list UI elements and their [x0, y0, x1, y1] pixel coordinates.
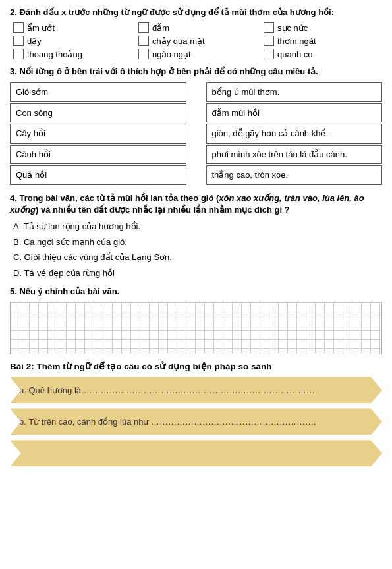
q2-item-8: thơm ngát: [264, 36, 382, 46]
q2-item-3: thoang thoảng: [13, 49, 132, 59]
q4-option-a[interactable]: A. Tả sự lan rộng của hương hồi.: [13, 220, 382, 233]
q3-right-2: giòn, dễ gãy hơn cả cành khế.: [206, 124, 383, 144]
q2-title: 2. Đánh dấu x trước những từ ngữ được sử…: [10, 7, 382, 18]
q2-label-1: ẩm ướt: [27, 23, 55, 33]
q4-option-d[interactable]: D. Tả vẻ đẹp của rừng hồi: [13, 267, 382, 280]
bai2-arrow-b[interactable]: b. Từ trên cao, cánh đồng lúa như …………………: [10, 408, 382, 435]
checkbox-3[interactable]: [13, 49, 24, 59]
question-2: 2. Đánh dấu x trước những từ ngữ được sử…: [10, 7, 382, 59]
bai2-label-a: a. Quê hương là …………………………………………………………………: [19, 385, 317, 395]
q2-label-8: thơm ngát: [277, 36, 316, 46]
q2-label-6: ngào ngạt: [152, 49, 191, 59]
q3-left-col: Gió sớm Con sông Cây hồi Cành hồi Quả hồ…: [10, 82, 186, 186]
question-4: 4. Trong bài văn, các từ tả mùi hồi lan …: [10, 192, 382, 279]
bai2-arrow-a[interactable]: a. Quê hương là …………………………………………………………………: [10, 377, 382, 403]
q3-left-1: Con sông: [10, 103, 186, 123]
q3-right-3: phơi mình xòe trên tán lá đầu cành.: [206, 145, 383, 165]
q2-item-1: ẩm ướt: [13, 22, 132, 33]
q2-item-2: dậy: [13, 36, 132, 46]
checkbox-1[interactable]: [13, 22, 24, 33]
bai2-section: Bài 2: Thêm từ ngữ để tạo câu có sử dụng…: [10, 361, 382, 466]
bai2-title: Bài 2: Thêm từ ngữ để tạo câu có sử dụng…: [10, 361, 382, 371]
q2-label-3: thoang thoảng: [27, 49, 82, 59]
q3-left-4: Quả hồi: [10, 165, 186, 185]
q2-label-9: quanh co: [277, 49, 313, 59]
checkbox-5[interactable]: [138, 36, 149, 46]
q3-left-3: Cành hồi: [10, 145, 186, 165]
q4-title: 4. Trong bài văn, các từ tả mùi hồi lan …: [10, 192, 382, 216]
q2-label-7: sực nức: [277, 23, 308, 33]
q2-item-7: sực nức: [264, 22, 382, 33]
q3-right-1: đẫm mùi hồi: [206, 103, 383, 123]
q4-option-c[interactable]: C. Giới thiệu các vùng đất của Lạng Sơn.: [13, 251, 382, 264]
question-3: 3. Nối từng ô ở bên trái với ô thích hợp…: [10, 66, 382, 186]
bai2-arrow-c[interactable]: [10, 440, 382, 466]
bai2-item-c: [10, 440, 382, 466]
q3-wrapper: Gió sớm Con sông Cây hồi Cành hồi Quả hồ…: [10, 82, 382, 186]
q3-right-0: bổng ủ mùi thơm.: [206, 82, 383, 102]
q2-item-9: quanh co: [264, 49, 382, 59]
question-5: 5. Nêu ý chính của bài văn.: [10, 286, 382, 354]
q2-item-4: đẫm: [138, 22, 257, 33]
checkbox-4[interactable]: [138, 22, 149, 33]
q3-left-2: Cây hồi: [10, 124, 186, 144]
q3-spacer: [186, 82, 206, 186]
q3-right-4: thắng cao, tròn xoe.: [206, 165, 383, 185]
q2-item-5: chảy qua mặt: [138, 36, 257, 46]
q2-grid: ẩm ướt đẫm sực nức dậy chảy qua mặt thơm…: [13, 22, 382, 59]
checkbox-8[interactable]: [264, 36, 274, 46]
bai2-item-b: b. Từ trên cao, cánh đồng lúa như …………………: [10, 408, 382, 435]
q3-title: 3. Nối từng ô ở bên trái với ô thích hợp…: [10, 66, 382, 78]
q4-options: A. Tả sự lan rộng của hương hồi. B. Ca n…: [13, 220, 382, 279]
q3-right-col: bổng ủ mùi thơm. đẫm mùi hồi giòn, dễ gã…: [206, 82, 383, 186]
checkbox-2[interactable]: [13, 36, 24, 46]
q2-label-4: đẫm: [152, 23, 169, 33]
q3-left-0: Gió sớm: [10, 82, 186, 102]
checkbox-9[interactable]: [264, 49, 274, 59]
q5-title: 5. Nêu ý chính của bài văn.: [10, 286, 382, 298]
bai2-label-b: b. Từ trên cao, cánh đồng lúa như …………………: [19, 417, 316, 427]
checkbox-6[interactable]: [138, 49, 149, 59]
q5-grid-paper[interactable]: [10, 302, 382, 354]
q2-item-6: ngào ngạt: [138, 49, 257, 59]
q2-label-5: chảy qua mặt: [152, 36, 205, 46]
q4-option-b[interactable]: B. Ca ngợi sức mạnh của gió.: [13, 236, 382, 249]
bai2-item-a: a. Quê hương là …………………………………………………………………: [10, 377, 382, 403]
checkbox-7[interactable]: [264, 22, 274, 33]
q2-label-2: dậy: [27, 36, 42, 46]
